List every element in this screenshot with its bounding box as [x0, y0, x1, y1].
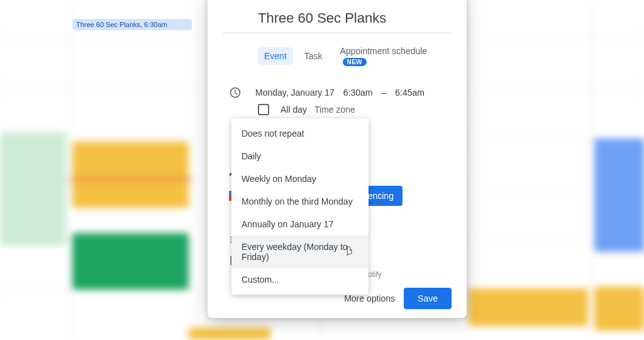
allday-label[interactable]: All day	[280, 105, 307, 115]
repeat-option[interactable]: Weekly on Monday	[231, 167, 369, 190]
calendar-event-pill[interactable]: Three 60 Sec Planks, 6:30am	[72, 19, 192, 30]
more-options-link[interactable]: More options	[344, 293, 395, 303]
tab-appointment-label: Appointment schedule	[340, 46, 428, 56]
save-button[interactable]: Save	[404, 288, 452, 309]
repeat-option[interactable]: Does not repeat	[231, 122, 369, 145]
repeat-dropdown-menu: Does not repeatDailyWeekly on MondayMont…	[231, 118, 369, 295]
tab-task[interactable]: Task	[298, 47, 329, 65]
allday-checkbox[interactable]	[258, 104, 269, 115]
event-type-tabs: Event Task Appointment schedule NEW	[223, 42, 452, 70]
event-date[interactable]: Monday, January 17	[255, 88, 335, 98]
event-title[interactable]: Three 60 Sec Planks	[223, 5, 452, 33]
repeat-option[interactable]: Monthly on the third Monday	[231, 190, 369, 213]
repeat-option[interactable]: Daily	[231, 145, 369, 167]
time-dash: –	[382, 88, 387, 98]
tab-appointment[interactable]: Appointment schedule NEW	[334, 42, 452, 70]
event-start-time[interactable]: 6:30am	[343, 88, 373, 98]
timezone-link[interactable]: Time zone	[314, 105, 355, 115]
tab-event[interactable]: Event	[258, 47, 293, 65]
repeat-option[interactable]: Annually on January 17	[231, 213, 369, 235]
cursor-pointer-icon	[344, 246, 355, 262]
repeat-option[interactable]: Custom...	[231, 268, 369, 291]
event-end-time[interactable]: 6:45am	[395, 88, 425, 98]
datetime-row[interactable]: Monday, January 17 6:30am – 6:45am	[223, 84, 452, 104]
new-badge: NEW	[343, 58, 367, 66]
clock-icon	[223, 86, 248, 99]
